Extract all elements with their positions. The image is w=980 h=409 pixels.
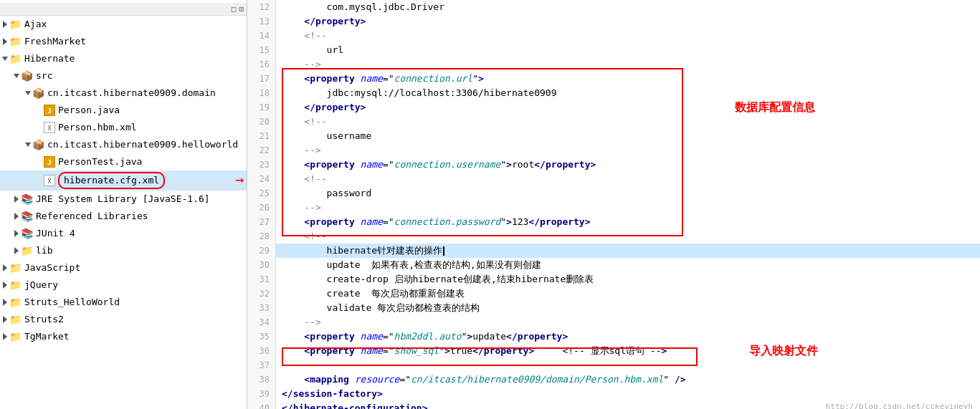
line-content[interactable]: <!-- (276, 172, 980, 186)
line-content[interactable]: password (276, 186, 980, 201)
db-config-annotation: 数据库配置信息 (735, 100, 815, 115)
line-number: 31 (247, 272, 276, 287)
code-line-39: 39</session-factory> (247, 387, 980, 401)
tree-item-label: cn.itcast.hibernate0909.domain (47, 86, 216, 100)
tree-item-reflibs[interactable]: 📚Referenced Libraries (0, 208, 247, 225)
expand-arrow[interactable] (25, 143, 31, 147)
line-content[interactable]: --> (276, 201, 980, 215)
tree-item-src[interactable]: 📦src (0, 67, 247, 85)
tree-item-label: cn.itcast.hibernate0909.helloworld (47, 138, 238, 152)
panel-topbar: □ ⊡ (0, 3, 247, 16)
code-line-27: 27 <property name="connection.password">… (247, 215, 980, 229)
line-number: 22 (247, 143, 276, 158)
folder-icon: 📁 (9, 261, 22, 275)
tree-item-jquery[interactable]: 📁jQuery (0, 276, 247, 294)
code-lines: 12 com.mysql.jdbc.Driver13 </property>14… (247, 0, 980, 409)
tree-item-label: TgMarket (24, 329, 70, 344)
code-line-26: 26 --> (247, 201, 980, 215)
line-content[interactable]: --> (276, 143, 980, 158)
expand-arrow[interactable] (3, 21, 7, 28)
tree-item-person-java[interactable]: JPerson.java (0, 102, 247, 119)
expand-arrow[interactable] (2, 57, 8, 61)
expand-arrow[interactable] (3, 264, 7, 271)
panel-icon-1[interactable]: □ (232, 4, 237, 14)
line-content[interactable]: <property name="hbm2ddl.auto">update</pr… (276, 329, 980, 344)
expand-arrow[interactable] (14, 247, 19, 254)
java-icon: J (44, 156, 55, 168)
tree-item-junit[interactable]: 📚JUnit 4 (0, 225, 247, 242)
code-line-17: 17 <property name="connection.url"> (247, 72, 980, 86)
line-content[interactable]: url (276, 43, 980, 57)
line-content[interactable]: <!-- (276, 29, 980, 43)
line-number: 14 (247, 29, 276, 43)
tree-item-persontest-java[interactable]: JPersonTest.java (0, 153, 247, 170)
tree-item-struts-hello[interactable]: 📁Struts_HelloWorld (0, 294, 247, 311)
tree-item-ajax[interactable]: 📁Ajax (0, 16, 247, 33)
tree-item-pkg2[interactable]: 📦cn.itcast.hibernate0909.helloworld (0, 136, 247, 153)
line-content[interactable]: <property name="connection.password">123… (276, 215, 980, 229)
expand-arrow[interactable] (14, 213, 19, 220)
code-line-12: 12 com.mysql.jdbc.Driver (247, 0, 980, 14)
expand-arrow[interactable] (14, 74, 19, 78)
line-content[interactable]: </session-factory> (276, 387, 980, 401)
tree-item-hibernate[interactable]: 📁Hibernate (0, 50, 247, 67)
line-content[interactable]: --> (276, 315, 980, 329)
code-line-23: 23 <property name="connection.username">… (247, 158, 980, 172)
code-editor-panel: 数据库配置信息 导入映射文件 12 com.mysql.jdbc.Driver1… (247, 0, 980, 409)
tree-item-tgmarket[interactable]: 📁TgMarket (0, 328, 247, 345)
line-content[interactable]: <!-- (276, 115, 980, 129)
tree-item-label: lib (36, 244, 52, 258)
line-content[interactable]: hibernate针对建表的操作 (276, 244, 980, 258)
code-line-25: 25 password (247, 186, 980, 201)
tree-item-struts2[interactable]: 📁Struts2 (0, 311, 247, 328)
tree-item-freshmarket[interactable]: 📁FreshMarket (0, 33, 247, 50)
expand-arrow[interactable] (3, 316, 7, 323)
line-content[interactable]: <!-- (276, 229, 980, 244)
lib-icon: 📚 (21, 226, 33, 241)
tree-item-label: Person.hbm.xml (58, 120, 137, 135)
expand-arrow[interactable] (3, 38, 7, 45)
expand-arrow[interactable] (3, 299, 7, 306)
line-content[interactable]: create 每次启动都重新创建表 (276, 287, 980, 301)
tree-item-jre[interactable]: 📚JRE System Library [JavaSE-1.6] (0, 191, 247, 208)
line-number: 23 (247, 158, 276, 172)
line-content[interactable]: com.mysql.jdbc.Driver (276, 0, 980, 14)
line-number: 16 (247, 57, 276, 72)
code-line-22: 22 --> (247, 143, 980, 158)
import-mapping-annotation: 导入映射文件 (749, 344, 818, 359)
lib-icon: 📚 (21, 192, 33, 206)
line-content[interactable]: update 如果有表,检查表的结构,如果没有则创建 (276, 258, 980, 272)
line-content[interactable]: <property name="connection.username">roo… (276, 158, 980, 172)
tree-item-label: Hibernate (24, 52, 75, 66)
tree-item-javascript[interactable]: 📁JavaScript (0, 259, 247, 276)
tree-item-hibernate-cfg[interactable]: Xhibernate.cfg.xml→ (0, 170, 247, 191)
expand-arrow[interactable] (3, 333, 7, 340)
line-content[interactable]: <mapping resource="cn/itcast/hibernate09… (276, 372, 980, 387)
line-content[interactable]: <property name="connection.url"> (276, 72, 980, 86)
tree-item-person-hbm[interactable]: XPerson.hbm.xml (0, 119, 247, 136)
panel-icon-2[interactable]: ⊡ (239, 4, 244, 14)
line-number: 39 (247, 387, 276, 401)
tree-item-libfolder[interactable]: 📁lib (0, 242, 247, 259)
tree-item-label: src (36, 69, 52, 83)
expand-arrow[interactable] (25, 91, 31, 95)
line-content[interactable]: validate 每次启动都检查表的结构 (276, 301, 980, 315)
expand-arrow[interactable] (14, 230, 19, 237)
line-content[interactable]: username (276, 129, 980, 143)
line-number: 26 (247, 201, 276, 215)
line-content[interactable]: <property name="show_sql">true</property… (276, 344, 980, 358)
code-line-30: 30 update 如果有表,检查表的结构,如果没有则创建 (247, 258, 980, 272)
line-number: 15 (247, 43, 276, 57)
expand-arrow[interactable] (14, 196, 19, 203)
expand-arrow[interactable] (3, 282, 7, 289)
arrow-annotation: → (235, 172, 244, 186)
tree-item-label: FreshMarket (24, 34, 86, 49)
line-number: 18 (247, 86, 276, 100)
line-content[interactable]: create-drop 启动hibernate创建表,结束hibernate删除… (276, 272, 980, 287)
line-content[interactable]: --> (276, 57, 980, 72)
line-content[interactable]: jdbc:mysql://localhost:3306/hibernate090… (276, 86, 980, 100)
line-content[interactable]: </property> (276, 14, 980, 29)
line-content[interactable]: </property> (276, 100, 980, 115)
tree-item-pkg1[interactable]: 📦cn.itcast.hibernate0909.domain (0, 85, 247, 102)
code-line-19: 19 </property> (247, 100, 980, 115)
